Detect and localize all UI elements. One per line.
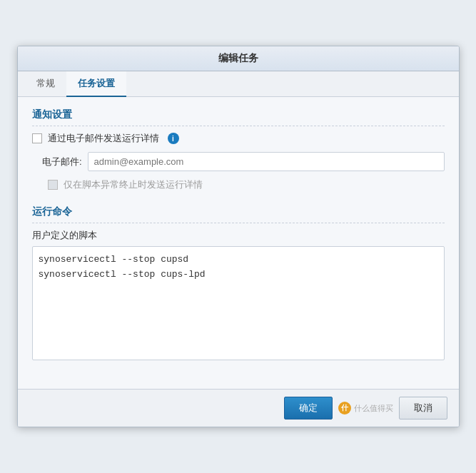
run-command-section-title: 运行命令: [32, 205, 445, 223]
confirm-button[interactable]: 确定: [284, 397, 333, 419]
email-field-label: 电子邮件:: [32, 156, 82, 168]
notification-section: 通知设置 通过电子邮件发送运行详情 i 电子邮件: 仅在脚本异常终止时发送运行详…: [32, 108, 445, 191]
script-textarea[interactable]: [32, 246, 445, 360]
info-icon[interactable]: i: [168, 133, 179, 144]
watermark-icon: 什: [338, 402, 351, 414]
tabs-bar: 常规 任务设置: [18, 71, 459, 97]
cancel-button[interactable]: 取消: [399, 397, 447, 419]
email-input[interactable]: [88, 152, 445, 171]
email-checkbox[interactable]: [32, 133, 42, 143]
edit-task-dialog: 编辑任务 常规 任务设置 通知设置 通过电子邮件发送运行详情 i: [17, 46, 460, 427]
notification-section-title: 通知设置: [32, 108, 445, 126]
watermark-text: 什么值得买: [354, 403, 393, 414]
dialog-title: 编辑任务: [18, 46, 459, 71]
dialog-body: 通知设置 通过电子邮件发送运行详情 i 电子邮件: 仅在脚本异常终止时发送运行详…: [18, 97, 459, 389]
email-checkbox-label: 通过电子邮件发送运行详情: [48, 132, 159, 145]
dialog-footer: 确定 什 什么值得买 取消: [18, 389, 459, 427]
tab-task-settings[interactable]: 任务设置: [66, 71, 126, 97]
watermark: 什 什么值得买: [338, 402, 393, 414]
email-field-row: 电子邮件:: [32, 152, 445, 171]
user-script-label: 用户定义的脚本: [32, 229, 445, 242]
run-command-section: 运行命令 用户定义的脚本: [32, 205, 445, 363]
sub-checkbox: [48, 180, 58, 190]
tab-general[interactable]: 常规: [25, 71, 66, 97]
sub-checkbox-row: 仅在脚本异常终止时发送运行详情: [48, 178, 445, 191]
email-checkbox-row: 通过电子邮件发送运行详情 i: [32, 132, 445, 145]
sub-checkbox-label: 仅在脚本异常终止时发送运行详情: [64, 178, 203, 191]
